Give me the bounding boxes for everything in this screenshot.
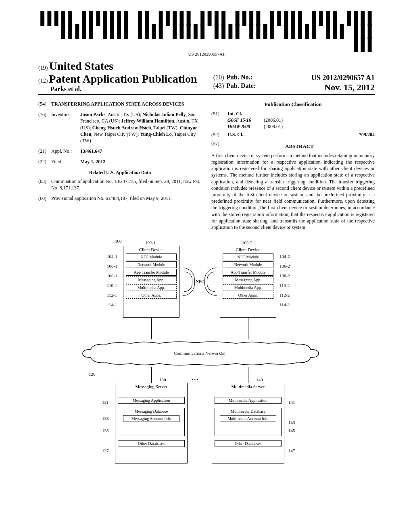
other-databases-2: Other Databases [215, 440, 282, 447]
ref-112-2: 112-2 [280, 293, 290, 297]
ref-147: 147 [288, 448, 295, 453]
other-apps-2: Other Apps. [223, 292, 273, 299]
multimedia-application: Multimedia Application [215, 397, 282, 404]
abstract-text: A first client device or system performs… [211, 152, 375, 231]
ref-130: 130 [159, 377, 166, 382]
cloud-region: Communications Network(s) [79, 339, 321, 368]
pub-no-label: Pub. No.: [226, 74, 252, 82]
ref-110-1: 110-1 [107, 283, 117, 288]
barcode-area: ▌▌▌▌▌ ▌▌▌▌▌▌▌ ▌▌ ▌▌▌▌▌ ▌▌▌▌ ▌▌▌▌ ▌▌▌▌▌ ▌… [38, 12, 375, 56]
nfc-label: NFC [196, 279, 204, 284]
inventors-label: Inventors: [51, 111, 80, 144]
ref-114-2: 114-2 [280, 302, 290, 307]
uscl-fill [246, 134, 356, 134]
classification-title: Publication Classification [211, 101, 375, 108]
messaging-application: Messaging Application [118, 397, 185, 404]
left-column: (54) TRANSFERRING APPLICATION STATE ACRO… [38, 101, 202, 231]
nfc-wave-left-2 [183, 268, 195, 296]
publication-number: US 2012/0290657 A1 [255, 74, 375, 82]
client-device-1-title: Client Device [123, 246, 179, 253]
ref-104-2: 104-2 [280, 254, 290, 259]
ref-133: 133 [102, 416, 109, 421]
uscl-value: 709/204 [359, 131, 375, 138]
messaging-app-1: Messaging App. [126, 276, 177, 283]
ref-108-1: 108-1 [107, 273, 117, 278]
other-apps-1: Other Apps. [126, 292, 177, 299]
messaging-app-2: Messaging App. [223, 276, 273, 283]
ref-104-1: 104-1 [107, 254, 117, 259]
ref-114-1: 114-1 [107, 302, 117, 307]
related-app-title: Related U.S. Application Data [38, 169, 202, 176]
messaging-account-info: Messaging Account Info [123, 415, 179, 422]
cont-num: (63) [38, 178, 51, 191]
ref-112-1: 112-1 [107, 293, 117, 297]
arrow-client-2 [248, 318, 248, 339]
publication-type: Patent Application Publication [49, 73, 197, 85]
ref-106-2: 106-2 [280, 264, 290, 268]
barcode: ▌▌▌▌▌ ▌▌▌▌▌▌▌ ▌▌ ▌▌▌▌▌ ▌▌▌▌ ▌▌▌▌ ▌▌▌▌▌ ▌… [38, 12, 375, 51]
app-transfer-2: App Transfer Module [223, 269, 273, 276]
ref-143: 143 [288, 420, 295, 425]
appl-num-num: (21) [38, 148, 51, 154]
intcl-num: (51) [211, 110, 224, 130]
right-column: Publication Classification (51) Int. Cl.… [211, 101, 375, 231]
nfc-wave-right-2 [204, 268, 217, 296]
intcl-code-0: G06F 15/16 [227, 117, 264, 123]
other-databases-1: Other Databases [118, 440, 185, 447]
ref-120: 120 [89, 372, 96, 376]
title-num: (54) [38, 101, 51, 107]
messaging-database: Messaging Database Messaging Account Inf… [118, 408, 185, 436]
appl-num-label: Appl. No.: [51, 148, 80, 154]
multimedia-server: Multimedia Server Multimedia Application… [212, 383, 284, 463]
continuation-text: Continuation of application No. 13/247,7… [51, 178, 202, 191]
ref-102-1: 102-1 [145, 240, 156, 245]
header-row: (19) United States (12) Patent Applicati… [38, 60, 375, 95]
ref-135: 135 [102, 428, 109, 433]
abstract-num: (57) [211, 140, 224, 152]
abstract-title: ABSTRACT [224, 143, 375, 150]
arrow-cloud-2 [248, 367, 248, 383]
biblio-columns: (54) TRANSFERRING APPLICATION STATE ACRO… [38, 101, 375, 231]
ref-108-2: 108-2 [280, 273, 290, 278]
pub-date-label: Pub. Date: [226, 82, 256, 93]
inventors-num: (76) [38, 111, 51, 144]
pub-prefix: (12) [38, 78, 48, 84]
multimedia-server-title: Multimedia Server [212, 383, 284, 390]
publication-date: Nov. 15, 2012 [258, 82, 375, 93]
intcl-year-0: (2006.01) [264, 117, 283, 123]
app-transfer-1: App Transfer Module [126, 269, 177, 276]
messaging-server: Messaging Server Messaging Application M… [115, 383, 188, 463]
arrow-cloud-1 [151, 367, 152, 383]
intcl-code-1: H04W 8/00 [227, 123, 264, 130]
uscl-label: U.S. Cl. [224, 131, 243, 138]
nfc-module-1: NFC Module [126, 254, 177, 260]
multimedia-app-1: Multimedia App. [126, 284, 177, 291]
ref-141: 141 [288, 400, 295, 405]
intcl-year-1: (2009.01) [264, 123, 283, 130]
invention-title: TRANSFERRING APPLICATION STATE ACROSS DE… [51, 101, 202, 107]
network-module-1: Network Module [126, 261, 177, 268]
intcl-label: Int. Cl. [227, 110, 375, 117]
ref-100: 100 [115, 239, 122, 243]
filed-label: Filed: [51, 158, 80, 165]
ref-110-2: 110-2 [280, 283, 290, 288]
figure-area: 100 102-1 102-2 Client Device NFC Module… [38, 239, 375, 505]
ref-145: 145 [288, 428, 295, 433]
filed-date: May 1, 2012 [80, 158, 202, 165]
ref-102-2: 102-2 [242, 240, 252, 245]
pub-date-prefix: (43) [213, 82, 224, 93]
country-prefix: (19) [38, 65, 48, 71]
client-device-2: Client Device NFC Module Network Module … [220, 246, 276, 318]
provisional-text: Provisional application No. 61/484,187, … [51, 195, 202, 202]
country-name: United States [49, 60, 113, 72]
client-device-1: Client Device NFC Module Network Module … [123, 246, 179, 318]
network-module-2: Network Module [223, 261, 273, 268]
prov-num: (60) [38, 195, 51, 202]
nfc-module-2: NFC Module [223, 254, 273, 260]
multimedia-app-2: Multimedia App. [223, 284, 273, 291]
multimedia-database: Multimedia Database Multimedia Account I… [215, 408, 282, 436]
inventors-list: Jason Parks, Austin, TX (US); Nicholas J… [80, 111, 202, 144]
barcode-text: US 20120290657A1 [38, 52, 375, 56]
arrow-client-1 [151, 318, 152, 339]
client-device-2-title: Client Device [220, 246, 276, 253]
